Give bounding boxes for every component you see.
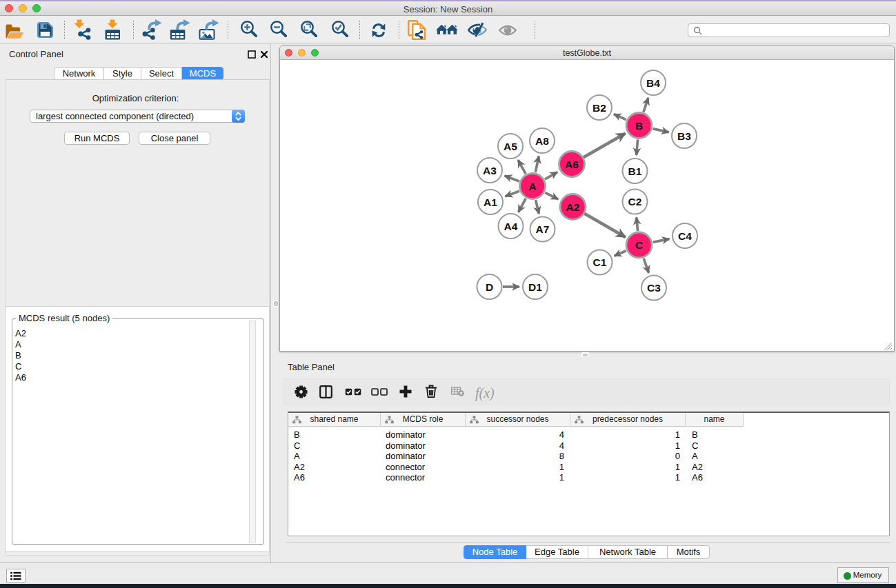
svg-text:C3: C3 [647, 282, 661, 294]
svg-text:A2: A2 [566, 201, 580, 213]
svg-text:B4: B4 [646, 77, 660, 89]
svg-text:A8: A8 [535, 135, 549, 147]
svg-text:D: D [486, 281, 493, 293]
svg-text:A3: A3 [483, 165, 497, 176]
svg-text:A1: A1 [484, 196, 497, 208]
svg-text:C1: C1 [593, 256, 607, 268]
svg-text:A4: A4 [504, 221, 518, 232]
svg-text:A7: A7 [536, 223, 550, 235]
svg-text:A6: A6 [565, 159, 579, 170]
svg-text:B: B [635, 120, 643, 132]
svg-text:B3: B3 [677, 130, 691, 142]
svg-text:D1: D1 [528, 281, 542, 293]
svg-text:C2: C2 [628, 196, 642, 207]
svg-text:C: C [635, 239, 643, 251]
svg-text:C4: C4 [678, 230, 692, 242]
svg-text:A5: A5 [504, 141, 517, 152]
svg-text:A: A [528, 181, 536, 192]
svg-text:B1: B1 [628, 165, 642, 177]
svg-text:B2: B2 [593, 102, 606, 114]
